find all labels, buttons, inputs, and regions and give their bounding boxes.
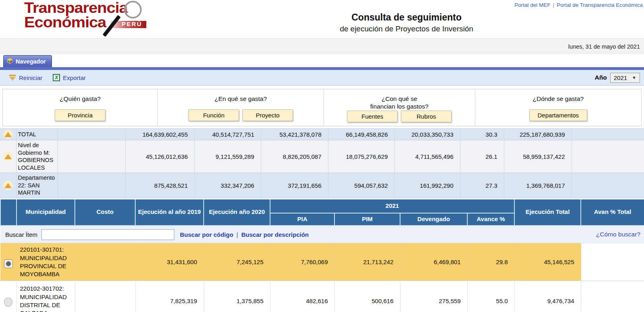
magnifier-lens-icon xyxy=(124,1,142,18)
cell-ejecucion-2019: 7,825,319 xyxy=(135,281,204,312)
row-radio-unselected[interactable] xyxy=(4,298,12,307)
buscar-por-descripcion-link[interactable]: Buscar por descripción xyxy=(241,231,309,238)
reiniciar-button[interactable]: Reiniciar xyxy=(9,74,42,81)
rubros-button[interactable]: Rubros xyxy=(401,111,452,122)
tab-navegador[interactable]: Navegador xyxy=(3,55,52,67)
results-table: Municipalidad Costo Ejecución al año 201… xyxy=(0,199,644,312)
filter-question: ¿Dónde se gasta? xyxy=(533,95,584,103)
summary-value: 372,191,656 xyxy=(261,173,328,198)
summary-value: 27.3 xyxy=(460,173,504,198)
row-name: 220102-301702: MUNICIPALIDAD DISTRITAL D… xyxy=(17,281,75,312)
search-row: Buscar Ítem Buscar por código | Buscar p… xyxy=(0,226,644,243)
tab-row: Navegador xyxy=(0,54,644,67)
summary-value: 161,992,290 xyxy=(394,173,460,198)
column-pim: PIM xyxy=(334,213,400,226)
summary-row-total: TOTAL 164,639,602,455 40,514,727,751 53,… xyxy=(0,129,644,140)
year-selected-value: 2021 xyxy=(614,74,627,81)
column-ejecucion-2020: Ejecución año 2020 xyxy=(204,199,270,226)
column-costo: Costo xyxy=(75,199,135,226)
logo: Transparencia EconómicaPERÚ xyxy=(24,1,197,30)
summary-value: 875,428,521 xyxy=(125,173,194,198)
cell-avance: 29.8 xyxy=(467,243,514,281)
table-header-row: Municipalidad Costo Ejecución al año 201… xyxy=(0,199,644,213)
current-date: lunes, 31 de mayo del 2021 xyxy=(568,43,640,50)
collapse-triangle-icon[interactable] xyxy=(3,181,13,190)
link-portal-transparencia[interactable]: Portal de Transparencia Económica xyxy=(557,2,643,8)
exportar-label: Exportar xyxy=(63,74,86,81)
summary-value: 66,149,458,826 xyxy=(328,129,394,140)
cell-pia: 7,760,069 xyxy=(270,243,334,281)
filter-question: ¿Quién gasta? xyxy=(60,95,101,103)
filter-en-que-se-gasta: ¿En qué se gasta? Función Proyecto xyxy=(158,89,324,126)
search-input[interactable] xyxy=(41,229,174,240)
radio-column-header xyxy=(0,199,17,226)
column-municipalidad: Municipalidad xyxy=(17,199,75,226)
year-label: Año xyxy=(595,74,607,81)
buscar-por-codigo-link[interactable]: Buscar por código xyxy=(180,231,233,238)
column-ejecucion-2019: Ejecución al año 2019 xyxy=(135,199,204,226)
tab-strip xyxy=(0,67,644,70)
cell-pim: 21,713,242 xyxy=(334,243,400,281)
fuentes-button[interactable]: Fuentes xyxy=(347,111,398,122)
provincia-button[interactable]: Provincia xyxy=(55,109,105,121)
column-avance: Avance % xyxy=(467,213,514,226)
summary-label: Departamento 22: SAN MARTIN xyxy=(16,173,58,198)
portal-links: Portal del MEF|Portal de Transparencia E… xyxy=(514,2,643,8)
como-buscar-link[interactable]: ¿Cómo buscar? xyxy=(596,231,640,238)
column-avan-total: Avan % Total xyxy=(581,199,644,226)
cell-ejecucion-total: 45,146,525 xyxy=(514,243,581,281)
summary-label: TOTAL xyxy=(16,129,58,140)
cell-avan-total xyxy=(581,281,644,312)
page-title: Consulta de seguimiento xyxy=(266,12,547,23)
table-row-moyobamba[interactable]: 220101-301701: MUNICIPALIDAD PROVINCIAL … xyxy=(0,243,644,281)
collapse-triangle-icon[interactable] xyxy=(3,152,13,161)
tab-navegador-label: Navegador xyxy=(16,58,46,65)
filter-panel: ¿Quién gasta? Provincia ¿En qué se gasta… xyxy=(2,89,642,126)
link-portal-mef[interactable]: Portal del MEF xyxy=(514,2,550,8)
summary-value: 164,639,602,455 xyxy=(125,129,194,140)
column-pia: PIA xyxy=(270,213,334,226)
excel-icon: X xyxy=(53,74,60,81)
summary-value: 9,121,559,289 xyxy=(194,140,261,173)
cell-costo xyxy=(75,281,135,312)
summary-value: 30.3 xyxy=(460,129,504,140)
filter-donde-se-gasta: ¿Dónde se gasta? Departamentos xyxy=(475,89,641,126)
search-link-separator: | xyxy=(237,231,238,238)
chevron-down-icon: ▼ xyxy=(632,75,636,80)
cell-costo xyxy=(75,243,135,281)
filter-quien-gasta: ¿Quién gasta? Provincia xyxy=(3,89,158,126)
summary-value: 1,369,768,017 xyxy=(504,173,572,198)
navigator-cube-icon xyxy=(7,58,13,65)
page-subtitle: de ejecución de Proyectos de Inversión xyxy=(266,25,547,33)
summary-label: Nivel de Gobierno M: GOBIERNOS LOCALES xyxy=(16,140,58,173)
proyecto-button[interactable]: Proyecto xyxy=(242,109,293,121)
cell-ejecucion-2020: 7,245,125 xyxy=(204,243,270,281)
departamentos-button[interactable]: Departamentos xyxy=(529,109,588,121)
summary-row-nivel-gobierno: Nivel de Gobierno M: GOBIERNOS LOCALES 4… xyxy=(0,140,644,173)
cell-avan-total xyxy=(581,243,644,281)
summary-value: 4,711,565,496 xyxy=(394,140,460,173)
summary-value: 18,075,276,629 xyxy=(328,140,394,173)
year-box: Año 2021 ▼ xyxy=(595,73,640,83)
link-separator: | xyxy=(553,2,555,8)
summary-value: 225,187,680,939 xyxy=(504,129,572,140)
year-select[interactable]: 2021 ▼ xyxy=(610,73,640,83)
row-radio-selected[interactable] xyxy=(4,259,13,268)
reiniciar-label: Reiniciar xyxy=(19,74,42,81)
logo-line1: Transparencia xyxy=(24,1,211,15)
table-row-calzada[interactable]: 220102-301702: MUNICIPALIDAD DISTRITAL D… xyxy=(0,281,644,312)
collapse-triangle-icon[interactable] xyxy=(3,129,13,139)
toolbar: Reiniciar X Exportar Año 2021 ▼ xyxy=(0,70,644,86)
exportar-button[interactable]: X Exportar xyxy=(53,74,86,81)
summary-value: 58,959,137,422 xyxy=(504,140,572,173)
funcion-button[interactable]: Función xyxy=(188,109,239,121)
page: Transparencia EconómicaPERÚ Consulta de … xyxy=(0,0,644,312)
summary-value: 8,826,205,087 xyxy=(261,140,328,173)
cell-pim: 500,616 xyxy=(334,281,400,312)
filter-question: ¿Con qué se financian los gastos? xyxy=(370,95,429,111)
column-group-2021: 2021 xyxy=(270,199,514,213)
row-name: 220101-301701: MUNICIPALIDAD PROVINCIAL … xyxy=(17,243,75,281)
filter-question: ¿En qué se gasta? xyxy=(215,95,267,103)
summary-value: 26.1 xyxy=(460,140,504,173)
title-block: Consulta de seguimiento de ejecución de … xyxy=(266,12,547,33)
